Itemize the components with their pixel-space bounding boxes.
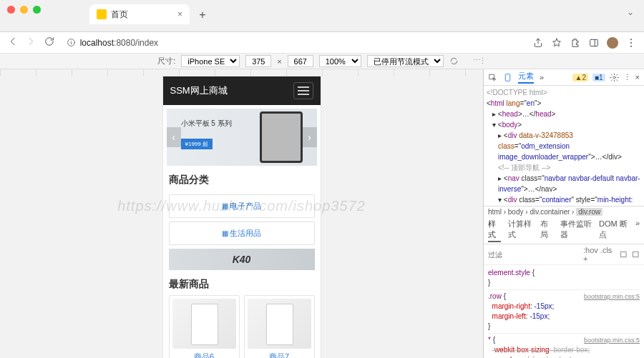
tab-title: 首页 [111,9,128,21]
product-card[interactable]: 商品7 [244,295,315,358]
more-styles-icon[interactable]: » [635,219,640,242]
more-tabs-icon[interactable]: » [540,73,544,81]
section-new: 最新商品 [163,274,321,295]
settings-icon[interactable] [610,73,619,82]
site-info-icon[interactable] [67,38,76,47]
product-name: 商品6 [172,352,236,358]
svg-rect-1 [590,39,598,46]
dock-menu-icon[interactable]: ⋯ [473,56,481,65]
favicon [97,9,107,19]
devtools-panel: 元素 » ▲2 ■1 ⋮ × <!DOCTYPE html> <html lan… [483,69,644,358]
device-mode-icon[interactable] [503,73,512,82]
svg-rect-8 [621,252,626,257]
svg-point-4 [630,45,632,46]
carousel-title: 小米平板 5 系列 [181,119,232,129]
address-bar[interactable]: localhost:8080/index [67,38,525,48]
height-input[interactable] [288,55,313,67]
collapse-icon[interactable] [632,250,640,259]
styles-pane[interactable]: element.style {} bootstrap.min.css:5.row… [484,265,644,358]
panel-icon[interactable] [620,250,628,259]
dombp-tab[interactable]: DOM 断点 [599,219,628,242]
warnings-badge[interactable]: ▲2 [572,74,587,81]
site-navbar: SSM网上商城 [163,76,321,105]
share-icon[interactable] [532,37,544,49]
product-image [248,299,311,349]
reload-icon[interactable] [44,36,55,47]
sidepanel-icon[interactable] [588,37,600,49]
promo-banner[interactable]: K40 [169,249,315,270]
styles-tab[interactable]: 样式 [488,219,501,242]
throttle-select[interactable]: 已停用节流模式 [367,55,444,67]
layout-tab[interactable]: 布局 [540,219,553,242]
section-categories: 商品分类 [163,169,321,191]
viewport: SSM网上商城 ‹ 小米平板 5 系列 ¥1999 起 › 商品分类 电子产品 … [0,69,483,358]
tree-doctype[interactable]: <!DOCTYPE html> [487,87,641,98]
listeners-tab[interactable]: 事件监听器 [560,219,592,242]
category-link[interactable]: 电子产品 [169,194,315,218]
kebab-menu-icon[interactable] [625,37,637,49]
max-dot[interactable] [33,6,41,14]
carousel-next-icon[interactable]: › [303,127,317,147]
carousel-image [260,111,303,163]
svg-point-2 [630,39,632,40]
devtools-menu-icon[interactable]: ⋮ [623,73,631,82]
computed-tab[interactable]: 计算样式 [508,219,533,242]
width-input[interactable] [245,55,271,67]
profile-avatar[interactable] [607,37,618,49]
category-link[interactable]: 生活用品 [169,222,315,245]
styles-tabs: 样式 计算样式 布局 事件监听器 DOM 断点 » [484,217,644,244]
rotate-icon[interactable] [449,56,459,66]
extensions-icon[interactable] [570,37,581,49]
product-name: 商品7 [248,352,311,358]
back-icon[interactable] [7,36,19,47]
product-card[interactable]: 商品6 [169,295,240,358]
svg-point-3 [630,42,632,44]
bookmark-icon[interactable] [551,37,562,49]
carousel[interactable]: ‹ 小米平板 5 系列 ¥1999 起 › [167,109,317,166]
close-dot[interactable] [7,6,15,14]
nav-buttons [7,36,59,49]
min-dot[interactable] [20,6,28,14]
brand-title: SSM网上商城 [170,84,228,97]
forward-icon[interactable] [25,36,36,47]
breadcrumb[interactable]: html › body › div.container › div.row [484,206,644,217]
elements-tab[interactable]: 元素 [518,71,534,84]
size-label: 尺寸: [157,56,175,66]
styles-filter-input[interactable] [488,251,579,259]
device-toolbar: 尺寸: iPhone SE × 100% 已停用节流模式 ⋮ [0,54,644,69]
browser-tab[interactable]: 首页 × [89,4,190,24]
dim-x: × [277,57,281,66]
url-port: :8080 [114,38,135,48]
tabs-dropdown-icon[interactable]: ⌄ [627,7,634,17]
info-badge[interactable]: ■1 [592,74,605,81]
zoom-select[interactable]: 100% [319,55,361,67]
inspect-icon[interactable] [488,73,497,82]
svg-rect-9 [633,252,638,257]
svg-point-7 [613,76,615,78]
mobile-frame: SSM网上商城 ‹ 小米平板 5 系列 ¥1999 起 › 商品分类 电子产品 … [163,76,321,358]
url-host: localhost [80,38,114,48]
window-controls[interactable] [0,0,48,19]
svg-rect-6 [505,74,510,81]
device-select[interactable]: iPhone SE [181,55,240,67]
carousel-price: ¥1999 起 [181,139,213,149]
dom-tree[interactable]: <!DOCTYPE html> <html lang="en"> ▸ <head… [484,86,644,206]
url-path: /index [135,38,158,48]
styles-toggles[interactable]: :hov .cls + [583,246,615,263]
close-tab-icon[interactable]: × [177,9,182,19]
devtools-close-icon[interactable]: × [635,73,640,81]
carousel-prev-icon[interactable]: ‹ [167,127,181,147]
product-image [172,299,236,349]
ruler [0,69,483,76]
new-tab-button[interactable]: + [199,9,205,21]
hamburger-button[interactable] [293,82,313,99]
